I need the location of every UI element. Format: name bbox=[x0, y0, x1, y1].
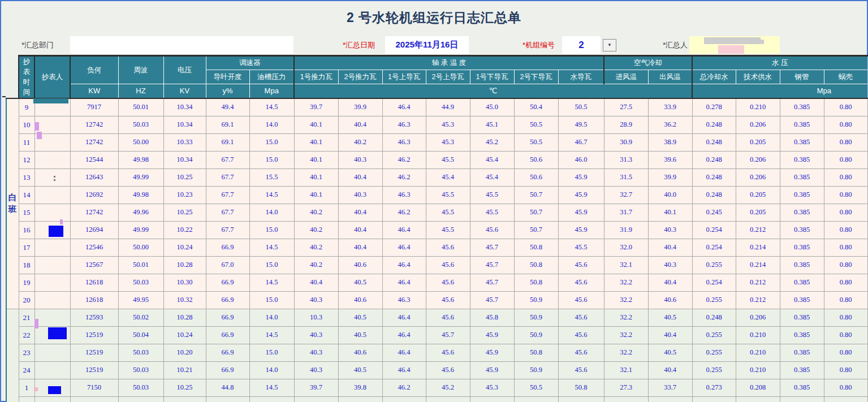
cell-load[interactable]: 12593 bbox=[70, 309, 118, 326]
cell-voltage[interactable]: 10.34 bbox=[163, 98, 206, 116]
cell-steel-pipe[interactable]: 0.385 bbox=[780, 291, 824, 309]
cell-steel-pipe[interactable]: 0.385 bbox=[780, 396, 824, 402]
cell-air-outlet-temp[interactable]: 40.6 bbox=[648, 291, 692, 309]
cell-thrust-pad-2[interactable]: 40.3 bbox=[338, 186, 382, 204]
cell-lower-guide-1[interactable]: 45.6 bbox=[470, 221, 514, 239]
cell-thrust-pad-1[interactable]: 10.3 bbox=[294, 309, 338, 326]
cell-volute[interactable]: 0.80 bbox=[824, 239, 867, 256]
cell-frequency[interactable]: 49.99 bbox=[118, 168, 163, 186]
cell-frequency[interactable]: 50.03 bbox=[118, 361, 163, 379]
cell-water-guide[interactable]: 46.7 bbox=[558, 133, 604, 151]
cell-tech-water[interactable]: 0.214 bbox=[736, 239, 780, 256]
cell-steel-pipe[interactable]: 0.385 bbox=[780, 361, 824, 379]
cell-lower-guide-2[interactable]: 50.9 bbox=[514, 309, 558, 326]
cell-upper-guide-1[interactable]: 46.4 bbox=[382, 239, 426, 256]
cell-total-cooling-water[interactable]: 0.255 bbox=[692, 291, 736, 309]
cell-upper-guide-2[interactable]: 45.3 bbox=[426, 116, 470, 133]
cell-air-outlet-temp[interactable]: 40.3 bbox=[648, 221, 692, 239]
row-reader-cell[interactable] bbox=[34, 256, 70, 274]
cell-thrust-pad-1[interactable]: 39.7 bbox=[294, 396, 338, 402]
cell-voltage[interactable]: 10.23 bbox=[163, 186, 206, 204]
cell-upper-guide-1[interactable]: 46.4 bbox=[382, 274, 426, 291]
cell-oil-pressure[interactable]: 14.5 bbox=[249, 379, 294, 396]
cell-oil-pressure[interactable]: 15.0 bbox=[249, 133, 294, 151]
cell-load[interactable]: 12519 bbox=[70, 326, 118, 344]
cell-total-cooling-water[interactable]: 0.272 bbox=[692, 396, 736, 402]
cell-thrust-pad-2[interactable]: 40.5 bbox=[338, 361, 382, 379]
cell-lower-guide-2[interactable]: 50.9 bbox=[514, 291, 558, 309]
row-reader-cell[interactable] bbox=[34, 291, 70, 309]
cell-upper-guide-2[interactable]: 45.6 bbox=[426, 361, 470, 379]
cell-total-cooling-water[interactable]: 0.248 bbox=[692, 151, 736, 168]
cell-total-cooling-water[interactable]: 0.248 bbox=[692, 186, 736, 204]
row-reader-cell[interactable] bbox=[34, 168, 70, 186]
cell-tech-water[interactable]: 0.210 bbox=[736, 326, 780, 344]
cell-air-outlet-temp[interactable]: 33.9 bbox=[648, 98, 692, 116]
cell-steel-pipe[interactable]: 0.385 bbox=[780, 326, 824, 344]
cell-oil-pressure[interactable]: 14.5 bbox=[249, 274, 294, 291]
cell-frequency[interactable]: 50.03 bbox=[118, 379, 163, 396]
cell-total-cooling-water[interactable]: 0.245 bbox=[692, 204, 736, 221]
cell-load[interactable]: 7125 bbox=[70, 396, 118, 402]
cell-oil-pressure[interactable]: 14.5 bbox=[249, 239, 294, 256]
cell-frequency[interactable]: 49.98 bbox=[118, 151, 163, 168]
cell-thrust-pad-2[interactable]: 40.6 bbox=[338, 344, 382, 361]
cell-thrust-pad-1[interactable]: 40.1 bbox=[294, 133, 338, 151]
cell-lower-guide-2[interactable]: 50.7 bbox=[514, 186, 558, 204]
cell-upper-guide-2[interactable]: 45.5 bbox=[426, 186, 470, 204]
cell-lower-guide-1[interactable]: 45.8 bbox=[470, 309, 514, 326]
cell-air-inlet-temp[interactable]: 31.5 bbox=[604, 168, 648, 186]
cell-upper-guide-2[interactable]: 45.6 bbox=[426, 274, 470, 291]
cell-oil-pressure[interactable]: 15.0 bbox=[249, 344, 294, 361]
cell-upper-guide-1[interactable]: 46.4 bbox=[382, 344, 426, 361]
cell-air-inlet-temp[interactable]: 32.2 bbox=[604, 291, 648, 309]
cell-upper-guide-2[interactable]: 45.7 bbox=[426, 326, 470, 344]
cell-water-guide[interactable]: 50.8 bbox=[558, 379, 604, 396]
cell-water-guide[interactable]: 45.9 bbox=[558, 221, 604, 239]
cell-total-cooling-water[interactable]: 0.248 bbox=[692, 116, 736, 133]
cell-lower-guide-1[interactable]: 45.5 bbox=[470, 186, 514, 204]
cell-lower-guide-2[interactable]: 50.5 bbox=[514, 133, 558, 151]
cell-voltage[interactable]: 10.25 bbox=[163, 204, 206, 221]
cell-air-inlet-temp[interactable]: 32.2 bbox=[604, 309, 648, 326]
cell-volute[interactable]: 0.80 bbox=[824, 98, 867, 116]
cell-guide-opening[interactable]: 66.9 bbox=[206, 291, 249, 309]
cell-air-outlet-temp[interactable]: 33.5 bbox=[648, 396, 692, 402]
cell-upper-guide-1[interactable]: 46.2 bbox=[382, 204, 426, 221]
cell-steel-pipe[interactable]: 0.385 bbox=[780, 133, 824, 151]
row-reader-cell[interactable] bbox=[34, 116, 70, 133]
cell-tech-water[interactable]: 0.210 bbox=[736, 396, 780, 402]
cell-thrust-pad-2[interactable]: 40.6 bbox=[338, 291, 382, 309]
cell-air-outlet-temp[interactable]: 36.2 bbox=[648, 116, 692, 133]
cell-guide-opening[interactable]: 67.7 bbox=[206, 204, 249, 221]
cell-voltage[interactable]: 10.28 bbox=[163, 256, 206, 274]
cell-tech-water[interactable]: 0.212 bbox=[736, 274, 780, 291]
cell-guide-opening[interactable]: 66.9 bbox=[206, 344, 249, 361]
cell-lower-guide-2[interactable]: 50.7 bbox=[514, 204, 558, 221]
cell-upper-guide-2[interactable]: 45.5 bbox=[426, 221, 470, 239]
cell-total-cooling-water[interactable]: 0.255 bbox=[692, 361, 736, 379]
cell-air-outlet-temp[interactable]: 39.6 bbox=[648, 151, 692, 168]
cell-total-cooling-water[interactable]: 0.254 bbox=[692, 239, 736, 256]
cell-total-cooling-water[interactable]: 0.273 bbox=[692, 379, 736, 396]
cell-frequency[interactable]: 50.03 bbox=[118, 344, 163, 361]
cell-oil-pressure[interactable]: 15.0 bbox=[249, 291, 294, 309]
cell-air-inlet-temp[interactable]: 28.9 bbox=[604, 116, 648, 133]
cell-frequency[interactable]: 49.99 bbox=[118, 221, 163, 239]
cell-air-inlet-temp[interactable]: 27.5 bbox=[604, 98, 648, 116]
cell-air-inlet-temp[interactable]: 31.3 bbox=[604, 151, 648, 168]
cell-guide-opening[interactable]: 66.9 bbox=[206, 239, 249, 256]
cell-voltage[interactable]: 10.24 bbox=[163, 326, 206, 344]
cell-frequency[interactable]: 50.03 bbox=[118, 116, 163, 133]
cell-thrust-pad-2[interactable]: 40.2 bbox=[338, 133, 382, 151]
cell-water-guide[interactable]: 45.6 bbox=[558, 274, 604, 291]
cell-water-guide[interactable]: 45.6 bbox=[558, 326, 604, 344]
cell-volute[interactable]: 0.80 bbox=[824, 274, 867, 291]
cell-upper-guide-2[interactable]: 45.5 bbox=[426, 151, 470, 168]
cell-frequency[interactable]: 50.00 bbox=[118, 133, 163, 151]
cell-air-outlet-temp[interactable]: 38.9 bbox=[648, 133, 692, 151]
cell-frequency[interactable]: 50.03 bbox=[118, 274, 163, 291]
row-reader-cell[interactable] bbox=[34, 239, 70, 256]
cell-lower-guide-2[interactable]: 50.9 bbox=[514, 361, 558, 379]
cell-water-guide[interactable]: 45.5 bbox=[558, 239, 604, 256]
